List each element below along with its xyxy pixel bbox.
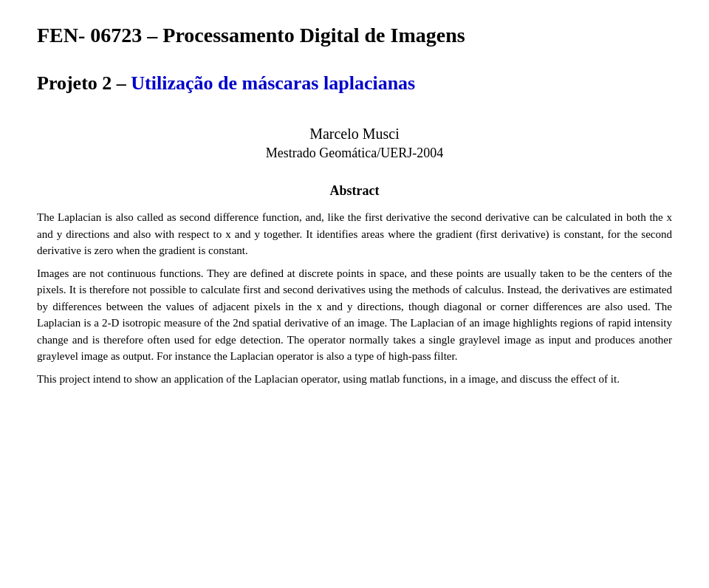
subtitle-prefix: Projeto 2 – <box>37 72 131 94</box>
paragraph-3: This project intend to show an applicati… <box>37 371 672 388</box>
subtitle-highlight: Utilização de máscaras laplacianas <box>131 72 415 94</box>
author-name: Marcelo Musci <box>37 126 672 143</box>
paragraph-1: The Laplacian is also called as second d… <box>37 209 672 259</box>
abstract-label: Abstract <box>37 183 672 199</box>
page-title: FEN- 06723 – Processamento Digital de Im… <box>37 22 672 49</box>
paragraph-2: Images are not continuous functions. The… <box>37 265 672 365</box>
author-block: Marcelo Musci Mestrado Geomática/UERJ-20… <box>37 126 672 161</box>
body-text: The Laplacian is also called as second d… <box>37 209 672 387</box>
page-subtitle: Projeto 2 – Utilização de máscaras lapla… <box>37 71 672 96</box>
author-affiliation: Mestrado Geomática/UERJ-2004 <box>37 146 672 161</box>
